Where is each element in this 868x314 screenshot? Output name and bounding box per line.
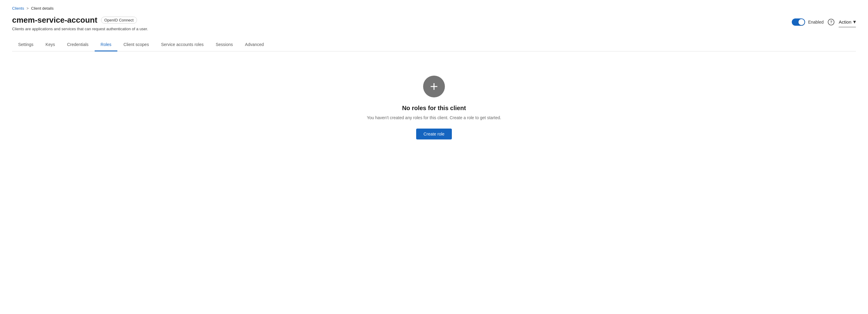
tab-credentials[interactable]: Credentials bbox=[61, 38, 95, 52]
tab-roles[interactable]: Roles bbox=[95, 38, 118, 52]
chevron-down-icon: ▾ bbox=[853, 19, 856, 25]
enabled-toggle[interactable] bbox=[792, 19, 805, 26]
enabled-toggle-container[interactable]: Enabled bbox=[792, 19, 824, 26]
empty-state-description: You haven't created any roles for this c… bbox=[367, 115, 501, 120]
breadcrumb-clients-link[interactable]: Clients bbox=[12, 6, 24, 10]
tab-service-accounts-roles[interactable]: Service accounts roles bbox=[155, 38, 210, 52]
tab-client-scopes[interactable]: Client scopes bbox=[117, 38, 155, 52]
empty-state-title: No roles for this client bbox=[402, 105, 466, 112]
toggle-thumb bbox=[799, 19, 805, 25]
no-roles-icon bbox=[423, 75, 445, 97]
tab-sessions[interactable]: Sessions bbox=[210, 38, 239, 52]
breadcrumb-current: Client details bbox=[31, 6, 54, 10]
header-left: cmem-service-account OpenID Connect Clie… bbox=[12, 15, 148, 31]
page-container: Clients > Client details cmem-service-ac… bbox=[0, 0, 868, 164]
action-button[interactable]: Action ▾ bbox=[839, 17, 856, 27]
tab-advanced[interactable]: Advanced bbox=[239, 38, 270, 52]
tab-keys[interactable]: Keys bbox=[40, 38, 61, 52]
client-name: cmem-service-account bbox=[12, 15, 97, 25]
client-type-badge: OpenID Connect bbox=[101, 17, 137, 24]
plus-icon bbox=[428, 81, 440, 92]
tabs-container: Settings Keys Credentials Roles Client s… bbox=[12, 38, 856, 52]
create-role-button[interactable]: Create role bbox=[416, 129, 452, 139]
page-header: cmem-service-account OpenID Connect Clie… bbox=[12, 15, 856, 31]
help-icon[interactable]: ? bbox=[828, 19, 834, 25]
breadcrumb: Clients > Client details bbox=[12, 6, 856, 10]
header-subtitle: Clients are applications and services th… bbox=[12, 27, 148, 31]
header-title-row: cmem-service-account OpenID Connect bbox=[12, 15, 148, 25]
empty-state: No roles for this client You haven't cre… bbox=[12, 52, 856, 158]
tab-settings[interactable]: Settings bbox=[12, 38, 40, 52]
toggle-label: Enabled bbox=[808, 20, 824, 25]
breadcrumb-separator: > bbox=[27, 6, 29, 10]
header-right: Enabled ? Action ▾ bbox=[792, 17, 856, 27]
action-label: Action bbox=[839, 19, 851, 25]
